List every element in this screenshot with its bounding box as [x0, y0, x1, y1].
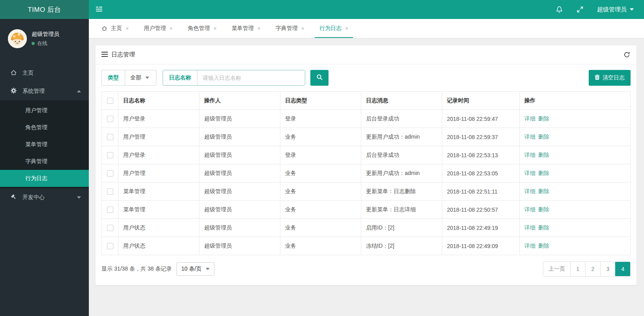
sidebar-item-label: 系统管理	[23, 88, 45, 95]
table-row: 菜单管理 超级管理员 业务 更新菜单：日志详细 2018-11-08 22:50…	[102, 201, 631, 219]
avatar[interactable]	[8, 29, 27, 48]
page-button-1[interactable]: 1	[570, 262, 585, 276]
list-icon	[101, 51, 108, 58]
cell-log-message: 更新菜单：日志详细	[361, 201, 442, 219]
tab-roles[interactable]: 角色管理	[183, 19, 221, 38]
clear-logs-label: 清空日志	[603, 74, 625, 81]
type-filter-group: 类型 全部	[101, 70, 156, 86]
close-icon[interactable]	[126, 25, 129, 32]
tab-label: 用户管理	[144, 25, 166, 32]
delete-link[interactable]: 删除	[538, 206, 549, 213]
prev-page-button[interactable]: 上一页	[543, 262, 570, 276]
delete-link[interactable]: 删除	[538, 134, 549, 140]
fullscreen-icon[interactable]	[576, 6, 584, 13]
page-size-select[interactable]: 10 条/页	[176, 262, 214, 276]
cell-log-name: 菜单管理	[118, 182, 199, 201]
table-row: 用户管理 超级管理员 业务 更新用户成功：admin 2018-11-08 22…	[102, 128, 631, 146]
cell-log-type: 业务	[280, 219, 361, 237]
cell-log-name: 用户登录	[118, 146, 199, 164]
cell-record-time: 2018-11-08 22:53:05	[442, 164, 520, 182]
detail-link[interactable]: 详细	[524, 134, 535, 140]
panel-title-label: 日志管理	[111, 51, 135, 58]
cell-log-type: 登录	[280, 146, 361, 164]
page-button-2[interactable]: 2	[585, 262, 600, 276]
close-icon[interactable]	[345, 25, 348, 32]
cell-operator: 超级管理员	[199, 128, 280, 146]
row-checkbox[interactable]	[107, 170, 113, 177]
detail-link[interactable]: 详细	[524, 206, 535, 213]
sidebar-item-roles[interactable]: 角色管理	[0, 119, 89, 136]
table-row: 用户状态 超级管理员 业务 冻结ID：[2] 2018-11-08 22:49:…	[102, 237, 631, 255]
row-checkbox[interactable]	[107, 225, 113, 231]
cell-log-message: 更新菜单：日志删除	[361, 182, 442, 201]
sidebar-item-dict[interactable]: 字典管理	[0, 153, 89, 170]
close-icon[interactable]	[213, 25, 216, 32]
table-header-row: 日志名称 操作人 日志类型 日志消息 记录时间 操作	[102, 92, 631, 110]
cell-log-type: 业务	[280, 237, 361, 255]
log-name-input[interactable]	[197, 70, 305, 85]
detail-link[interactable]: 详细	[524, 170, 535, 176]
delete-link[interactable]: 删除	[538, 188, 549, 194]
cell-log-message: 冻结ID：[2]	[361, 237, 442, 255]
detail-link[interactable]: 详细	[524, 243, 535, 249]
close-icon[interactable]	[169, 25, 173, 32]
delete-link[interactable]: 删除	[538, 115, 549, 122]
tab-menus[interactable]: 菜单管理	[227, 19, 265, 38]
panel-header: 日志管理	[96, 45, 636, 64]
detail-link[interactable]: 详细	[524, 224, 535, 231]
user-name: 超级管理员	[597, 6, 627, 13]
delete-link[interactable]: 删除	[538, 243, 549, 249]
cell-operator: 超级管理员	[199, 219, 280, 237]
row-checkbox[interactable]	[107, 152, 113, 158]
tab-users[interactable]: 用户管理	[139, 19, 177, 38]
table-row: 用户状态 超级管理员 业务 启用ID：[2] 2018-11-08 22:49:…	[102, 219, 631, 237]
cell-record-time: 2018-11-08 22:59:47	[442, 110, 520, 128]
tab-label: 字典管理	[276, 25, 298, 32]
content-area: 日志管理 类型 全部 日志名称	[89, 38, 644, 316]
sidebar-item-users[interactable]: 用户管理	[0, 102, 89, 119]
cell-log-type: 业务	[280, 182, 361, 201]
detail-link[interactable]: 详细	[524, 115, 535, 122]
select-all-checkbox[interactable]	[107, 98, 113, 104]
cell-log-type: 业务	[280, 164, 361, 182]
row-checkbox[interactable]	[107, 188, 113, 195]
search-button[interactable]	[310, 70, 329, 86]
sidebar-item-action-log[interactable]: 行为日志	[0, 170, 89, 187]
refresh-icon[interactable]	[623, 51, 631, 58]
type-filter-select[interactable]: 全部	[125, 70, 156, 85]
sidebar-item-label: 开发中心	[23, 194, 45, 201]
sidebar-item-menus[interactable]: 菜单管理	[0, 136, 89, 153]
cell-log-message: 后台登录成功	[361, 146, 442, 164]
app-logo: TIMO 后台	[0, 0, 89, 19]
clear-logs-button[interactable]: 清空日志	[589, 70, 631, 86]
sidebar-item-system[interactable]: 系统管理	[0, 82, 89, 100]
page-size-value: 10 条/页	[181, 265, 201, 273]
sidebar-item-home[interactable]: 主页	[0, 64, 89, 82]
cell-record-time: 2018-11-08 22:49:09	[442, 237, 520, 255]
row-checkbox[interactable]	[107, 116, 113, 122]
cell-record-time: 2018-11-08 22:50:57	[442, 201, 520, 219]
bell-icon[interactable]	[556, 6, 563, 13]
sidebar-toggle-button[interactable]	[89, 0, 109, 19]
row-checkbox[interactable]	[107, 243, 113, 249]
cell-log-name: 用户状态	[118, 219, 199, 237]
close-icon[interactable]	[257, 25, 261, 32]
tab-home[interactable]: 主页	[97, 19, 133, 38]
row-checkbox[interactable]	[107, 207, 113, 213]
user-dropdown[interactable]: 超级管理员	[597, 6, 634, 13]
page-button-4[interactable]: 4	[615, 262, 630, 276]
delete-link[interactable]: 删除	[538, 224, 549, 231]
tab-dict[interactable]: 字典管理	[271, 19, 309, 38]
page-button-3[interactable]: 3	[600, 262, 615, 276]
delete-link[interactable]: 删除	[538, 152, 549, 158]
tab-label: 角色管理	[188, 25, 210, 32]
detail-link[interactable]: 详细	[524, 188, 535, 194]
sidebar-item-dev-center[interactable]: 开发中心	[0, 188, 89, 207]
cell-record-time: 2018-11-08 22:53:13	[442, 146, 520, 164]
detail-link[interactable]: 详细	[524, 152, 535, 158]
trash-icon	[595, 74, 600, 81]
delete-link[interactable]: 删除	[538, 170, 549, 176]
tab-action-log[interactable]: 行为日志	[315, 19, 353, 38]
close-icon[interactable]	[301, 25, 304, 32]
row-checkbox[interactable]	[107, 134, 113, 140]
